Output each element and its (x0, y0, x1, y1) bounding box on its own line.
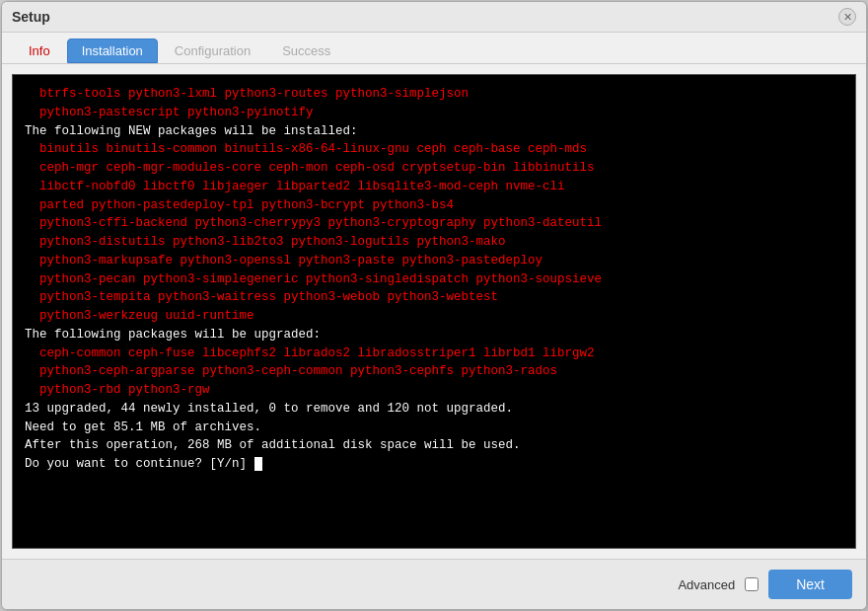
next-button[interactable]: Next (768, 570, 852, 599)
terminal-line: Do you want to continue? [Y/n] (25, 455, 843, 474)
terminal-line: btrfs-tools python3-lxml python3-routes … (25, 85, 843, 104)
terminal-line: libctf-nobfd0 libctf0 libjaeger libparte… (25, 178, 843, 196)
tab-info[interactable]: Info (14, 38, 65, 63)
footer: Advanced Next (2, 559, 866, 609)
terminal-line: python3-rbd python3-rgw (25, 381, 843, 400)
terminal-line: python3-pecan python3-simplegeneric pyth… (25, 270, 843, 289)
advanced-checkbox[interactable] (745, 577, 759, 591)
terminal-line: python3-distutils python3-lib2to3 python… (25, 233, 843, 252)
terminal-line: python3-cffi-backend python3-cherrypy3 p… (25, 214, 843, 233)
terminal-cursor (254, 457, 262, 471)
terminal-line: The following packages will be upgraded: (25, 326, 843, 344)
terminal-line: ceph-common ceph-fuse libcephfs2 librado… (25, 344, 843, 363)
close-button[interactable]: ✕ (838, 8, 856, 26)
tab-bar: Info Installation Configuration Success (2, 33, 866, 64)
tab-success: Success (267, 38, 345, 63)
terminal-line: Need to get 85.1 MB of archives. (25, 419, 843, 437)
terminal-line: python3-werkzeug uuid-runtime (25, 307, 843, 326)
terminal-line: After this operation, 268 MB of addition… (25, 436, 843, 455)
terminal-line: ceph-mgr ceph-mgr-modules-core ceph-mon … (25, 159, 843, 178)
main-content: btrfs-tools python3-lxml python3-routes … (2, 64, 866, 559)
terminal-line: The following NEW packages will be insta… (25, 122, 843, 141)
tab-configuration: Configuration (160, 38, 265, 63)
advanced-label: Advanced (678, 577, 735, 592)
titlebar: Setup ✕ (2, 2, 866, 33)
terminal-line: python3-markupsafe python3-openssl pytho… (25, 252, 843, 270)
terminal-line: parted python-pastedeploy-tpl python3-bc… (25, 196, 843, 215)
terminal-line: python3-tempita python3-waitress python3… (25, 288, 843, 307)
window-title: Setup (12, 9, 50, 25)
terminal-line: python3-ceph-argparse python3-ceph-commo… (25, 362, 843, 381)
terminal-line: python3-pastescript python3-pyinotify (25, 104, 843, 122)
setup-window: Setup ✕ Info Installation Configuration … (1, 1, 867, 610)
terminal-output[interactable]: btrfs-tools python3-lxml python3-routes … (12, 74, 856, 549)
tab-installation[interactable]: Installation (67, 38, 158, 63)
terminal-line: 13 upgraded, 44 newly installed, 0 to re… (25, 400, 843, 419)
terminal-line: binutils binutils-common binutils-x86-64… (25, 140, 843, 159)
